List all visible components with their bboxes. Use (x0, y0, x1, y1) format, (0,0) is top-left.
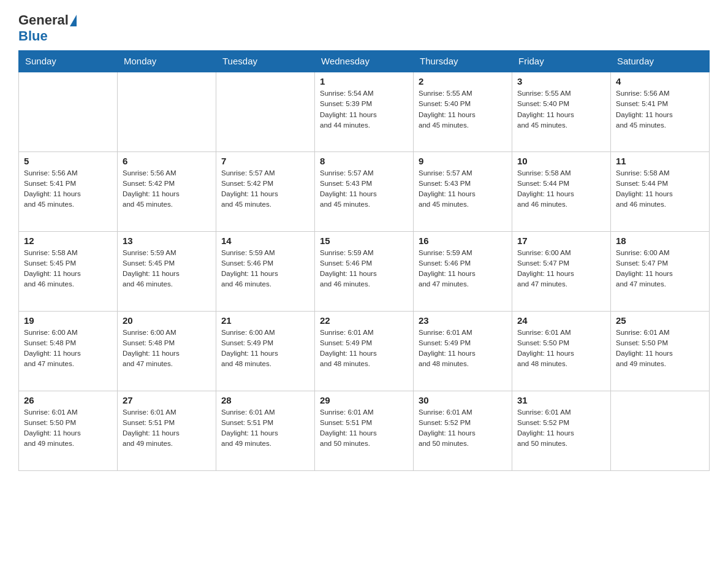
day-info: Sunrise: 6:00 AM Sunset: 5:48 PM Dayligh… (123, 327, 211, 370)
day-number: 8 (320, 156, 408, 166)
calendar-cell-5-7 (611, 391, 710, 470)
calendar-cell-2-7: 11Sunrise: 5:58 AM Sunset: 5:44 PM Dayli… (611, 151, 710, 231)
day-number: 1 (320, 76, 408, 86)
day-number: 12 (24, 236, 112, 246)
logo-arrow-icon (70, 15, 77, 26)
calendar-cell-1-5: 2Sunrise: 5:55 AM Sunset: 5:40 PM Daylig… (414, 72, 512, 151)
day-info: Sunrise: 6:01 AM Sunset: 5:50 PM Dayligh… (24, 407, 112, 450)
day-number: 3 (517, 76, 605, 86)
day-number: 22 (320, 315, 408, 326)
calendar-cell-1-6: 3Sunrise: 5:55 AM Sunset: 5:40 PM Daylig… (512, 72, 611, 151)
day-number: 5 (24, 156, 112, 166)
day-info: Sunrise: 5:57 AM Sunset: 5:43 PM Dayligh… (419, 168, 507, 210)
calendar-cell-3-7: 18Sunrise: 6:00 AM Sunset: 5:47 PM Dayli… (611, 231, 710, 311)
calendar-cell-3-3: 14Sunrise: 5:59 AM Sunset: 5:46 PM Dayli… (216, 231, 315, 311)
calendar-cell-5-2: 27Sunrise: 6:01 AM Sunset: 5:51 PM Dayli… (118, 391, 216, 470)
calendar-cell-4-5: 23Sunrise: 6:01 AM Sunset: 5:49 PM Dayli… (414, 311, 512, 391)
day-number: 26 (24, 395, 112, 405)
calendar-cell-1-3 (216, 72, 315, 151)
calendar-cell-3-4: 15Sunrise: 5:59 AM Sunset: 5:46 PM Dayli… (315, 231, 414, 311)
calendar-week-2: 5Sunrise: 5:56 AM Sunset: 5:41 PM Daylig… (19, 151, 710, 231)
day-info: Sunrise: 5:58 AM Sunset: 5:44 PM Dayligh… (616, 168, 704, 210)
calendar-cell-5-5: 30Sunrise: 6:01 AM Sunset: 5:52 PM Dayli… (414, 391, 512, 470)
day-number: 19 (24, 315, 112, 326)
logo-general-text: General (18, 12, 69, 28)
calendar-header-saturday: Saturday (611, 51, 710, 72)
calendar-week-3: 12Sunrise: 5:58 AM Sunset: 5:45 PM Dayli… (19, 231, 710, 311)
day-info: Sunrise: 6:01 AM Sunset: 5:52 PM Dayligh… (419, 407, 507, 450)
day-number: 20 (123, 315, 211, 326)
calendar-cell-3-2: 13Sunrise: 5:59 AM Sunset: 5:45 PM Dayli… (118, 231, 216, 311)
day-number: 14 (221, 236, 309, 246)
day-info: Sunrise: 5:59 AM Sunset: 5:46 PM Dayligh… (320, 248, 408, 290)
day-number: 30 (419, 395, 507, 405)
day-number: 18 (616, 236, 704, 246)
calendar-cell-5-4: 29Sunrise: 6:01 AM Sunset: 5:51 PM Dayli… (315, 391, 414, 470)
calendar-header-thursday: Thursday (414, 51, 512, 72)
day-info: Sunrise: 5:56 AM Sunset: 5:41 PM Dayligh… (616, 88, 704, 131)
calendar-cell-2-6: 10Sunrise: 5:58 AM Sunset: 5:44 PM Dayli… (512, 151, 611, 231)
day-info: Sunrise: 6:00 AM Sunset: 5:48 PM Dayligh… (24, 327, 112, 370)
calendar-cell-5-6: 31Sunrise: 6:01 AM Sunset: 5:52 PM Dayli… (512, 391, 611, 470)
day-number: 27 (123, 395, 211, 405)
day-info: Sunrise: 5:57 AM Sunset: 5:43 PM Dayligh… (320, 168, 408, 210)
calendar-cell-2-3: 7Sunrise: 5:57 AM Sunset: 5:42 PM Daylig… (216, 151, 315, 231)
day-number: 6 (123, 156, 211, 166)
day-info: Sunrise: 5:57 AM Sunset: 5:42 PM Dayligh… (221, 168, 309, 210)
day-info: Sunrise: 6:00 AM Sunset: 5:47 PM Dayligh… (616, 248, 704, 290)
day-number: 4 (616, 76, 704, 86)
calendar-header-wednesday: Wednesday (315, 51, 414, 72)
calendar-cell-5-3: 28Sunrise: 6:01 AM Sunset: 5:51 PM Dayli… (216, 391, 315, 470)
day-number: 2 (419, 76, 507, 86)
calendar-header-tuesday: Tuesday (216, 51, 315, 72)
calendar-cell-1-7: 4Sunrise: 5:56 AM Sunset: 5:41 PM Daylig… (611, 72, 710, 151)
day-number: 15 (320, 236, 408, 246)
day-number: 23 (419, 315, 507, 326)
calendar-cell-2-5: 9Sunrise: 5:57 AM Sunset: 5:43 PM Daylig… (414, 151, 512, 231)
calendar-cell-4-3: 21Sunrise: 6:00 AM Sunset: 5:49 PM Dayli… (216, 311, 315, 391)
day-number: 28 (221, 395, 309, 405)
day-number: 25 (616, 315, 704, 326)
day-info: Sunrise: 6:01 AM Sunset: 5:51 PM Dayligh… (221, 407, 309, 450)
day-info: Sunrise: 6:01 AM Sunset: 5:52 PM Dayligh… (517, 407, 605, 450)
calendar-header-row: SundayMondayTuesdayWednesdayThursdayFrid… (19, 51, 710, 72)
day-info: Sunrise: 6:00 AM Sunset: 5:49 PM Dayligh… (221, 327, 309, 370)
day-info: Sunrise: 6:01 AM Sunset: 5:49 PM Dayligh… (320, 327, 408, 370)
day-info: Sunrise: 5:59 AM Sunset: 5:45 PM Dayligh… (123, 248, 211, 290)
day-number: 10 (517, 156, 605, 166)
day-number: 17 (517, 236, 605, 246)
day-info: Sunrise: 6:01 AM Sunset: 5:50 PM Dayligh… (616, 327, 704, 370)
calendar-cell-4-6: 24Sunrise: 6:01 AM Sunset: 5:50 PM Dayli… (512, 311, 611, 391)
day-number: 21 (221, 315, 309, 326)
calendar-cell-2-1: 5Sunrise: 5:56 AM Sunset: 5:41 PM Daylig… (19, 151, 118, 231)
calendar-cell-1-4: 1Sunrise: 5:54 AM Sunset: 5:39 PM Daylig… (315, 72, 414, 151)
day-info: Sunrise: 6:01 AM Sunset: 5:51 PM Dayligh… (320, 407, 408, 450)
calendar-cell-1-2 (118, 72, 216, 151)
calendar-cell-4-7: 25Sunrise: 6:01 AM Sunset: 5:50 PM Dayli… (611, 311, 710, 391)
calendar-cell-4-1: 19Sunrise: 6:00 AM Sunset: 5:48 PM Dayli… (19, 311, 118, 391)
logo-blue-text: Blue (18, 28, 48, 44)
day-number: 29 (320, 395, 408, 405)
day-info: Sunrise: 5:59 AM Sunset: 5:46 PM Dayligh… (221, 248, 309, 290)
day-number: 16 (419, 236, 507, 246)
calendar-cell-5-1: 26Sunrise: 6:01 AM Sunset: 5:50 PM Dayli… (19, 391, 118, 470)
day-info: Sunrise: 5:56 AM Sunset: 5:41 PM Dayligh… (24, 168, 112, 210)
day-info: Sunrise: 5:55 AM Sunset: 5:40 PM Dayligh… (517, 88, 605, 131)
calendar-cell-3-1: 12Sunrise: 5:58 AM Sunset: 5:45 PM Dayli… (19, 231, 118, 311)
calendar-cell-3-6: 17Sunrise: 6:00 AM Sunset: 5:47 PM Dayli… (512, 231, 611, 311)
calendar-table: SundayMondayTuesdayWednesdayThursdayFrid… (18, 50, 710, 471)
calendar-header-sunday: Sunday (19, 51, 118, 72)
day-number: 11 (616, 156, 704, 166)
day-info: Sunrise: 5:54 AM Sunset: 5:39 PM Dayligh… (320, 88, 408, 131)
day-info: Sunrise: 6:01 AM Sunset: 5:51 PM Dayligh… (123, 407, 211, 450)
day-number: 13 (123, 236, 211, 246)
calendar-cell-4-4: 22Sunrise: 6:01 AM Sunset: 5:49 PM Dayli… (315, 311, 414, 391)
calendar-cell-2-4: 8Sunrise: 5:57 AM Sunset: 5:43 PM Daylig… (315, 151, 414, 231)
day-number: 9 (419, 156, 507, 166)
calendar-week-1: 1Sunrise: 5:54 AM Sunset: 5:39 PM Daylig… (19, 72, 710, 151)
day-number: 31 (517, 395, 605, 405)
calendar-header-friday: Friday (512, 51, 611, 72)
calendar-cell-3-5: 16Sunrise: 5:59 AM Sunset: 5:46 PM Dayli… (414, 231, 512, 311)
calendar-cell-1-1 (19, 72, 118, 151)
day-info: Sunrise: 6:01 AM Sunset: 5:50 PM Dayligh… (517, 327, 605, 370)
